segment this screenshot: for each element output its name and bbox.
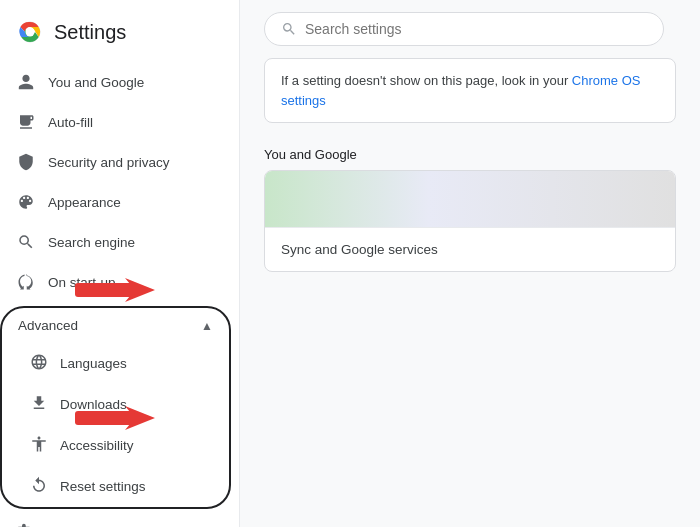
badge-icon xyxy=(16,112,36,132)
info-banner-text: If a setting doesn't show on this page, … xyxy=(281,73,572,88)
sidebar-item-reset-settings-label: Reset settings xyxy=(60,479,213,494)
sidebar-item-search-engine[interactable]: Search engine xyxy=(0,222,231,262)
sidebar-item-downloads[interactable]: Downloads xyxy=(2,384,229,425)
sync-label: Sync and Google services xyxy=(281,242,438,257)
sidebar-item-on-startup[interactable]: On start-up xyxy=(0,262,231,302)
shield-icon xyxy=(16,152,36,172)
search-bar xyxy=(264,12,664,46)
globe-icon xyxy=(30,353,48,374)
info-banner: If a setting doesn't show on this page, … xyxy=(264,58,676,123)
account-preview xyxy=(265,171,675,227)
reset-icon xyxy=(30,476,48,497)
extensions-icon xyxy=(16,523,34,527)
palette-icon xyxy=(16,192,36,212)
search-icon xyxy=(281,21,297,37)
search-input[interactable] xyxy=(305,21,647,37)
sidebar-item-search-engine-label: Search engine xyxy=(48,235,215,250)
advanced-header[interactable]: Advanced ▲ xyxy=(2,308,229,343)
sidebar: Settings You and Google Auto-fill Securi… xyxy=(0,0,240,527)
startup-icon xyxy=(16,272,36,292)
sidebar-item-appearance-label: Appearance xyxy=(48,195,215,210)
sidebar-item-on-startup-label: On start-up xyxy=(48,275,215,290)
sidebar-item-appearance[interactable]: Appearance xyxy=(0,182,231,222)
search-engine-icon xyxy=(16,232,36,252)
main-content: If a setting doesn't show on this page, … xyxy=(240,0,700,527)
person-icon xyxy=(16,72,36,92)
sidebar-item-security-privacy[interactable]: Security and privacy xyxy=(0,142,231,182)
sidebar-item-languages-label: Languages xyxy=(60,356,213,371)
svg-point-1 xyxy=(26,28,35,37)
sidebar-item-you-and-google-label: You and Google xyxy=(48,75,215,90)
search-bar-container xyxy=(240,0,700,58)
sync-item[interactable]: Sync and Google services xyxy=(265,227,675,271)
download-icon xyxy=(30,394,48,415)
sidebar-item-languages[interactable]: Languages xyxy=(2,343,229,384)
sidebar-item-accessibility-label: Accessibility xyxy=(60,438,213,453)
advanced-label: Advanced xyxy=(18,318,78,333)
sidebar-item-accessibility[interactable]: Accessibility xyxy=(2,425,229,466)
sidebar-item-reset-settings[interactable]: Reset settings xyxy=(2,466,229,507)
advanced-section: Advanced ▲ Languages Downloads Accessibi… xyxy=(0,306,231,509)
sidebar-item-you-and-google[interactable]: You and Google xyxy=(0,62,231,102)
sidebar-item-auto-fill[interactable]: Auto-fill xyxy=(0,102,231,142)
sidebar-item-downloads-label: Downloads xyxy=(60,397,213,412)
sidebar-item-auto-fill-label: Auto-fill xyxy=(48,115,215,130)
sidebar-item-extensions[interactable]: Extensions ↗ xyxy=(0,513,231,527)
sidebar-header: Settings xyxy=(0,10,239,62)
settings-card-you-and-google: Sync and Google services xyxy=(264,170,676,272)
sidebar-title: Settings xyxy=(54,21,126,44)
sidebar-item-security-label: Security and privacy xyxy=(48,155,215,170)
section-heading-you-and-google: You and Google xyxy=(240,139,700,170)
chrome-logo-icon xyxy=(16,18,44,46)
accessibility-icon xyxy=(30,435,48,456)
chevron-up-icon: ▲ xyxy=(201,319,213,333)
